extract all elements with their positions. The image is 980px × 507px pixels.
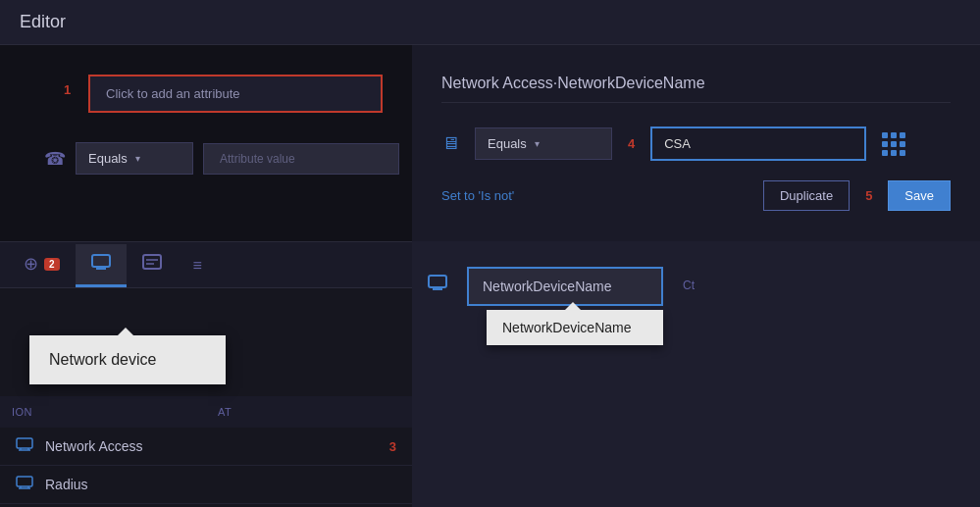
add-attribute-input[interactable]: Click to add an attribute xyxy=(88,75,383,113)
list-item-network-access[interactable]: Network Access 3 xyxy=(0,428,412,466)
right-chevron-icon: ▾ xyxy=(535,138,540,149)
equals-label: Equals xyxy=(88,151,128,166)
column-headers: ion At xyxy=(0,396,412,428)
device-option-arrow xyxy=(565,302,581,310)
duplicate-button[interactable]: Duplicate xyxy=(763,180,850,211)
right-equals-dropdown[interactable]: Equals ▾ xyxy=(475,127,612,160)
phone-icon: ☎ xyxy=(44,148,66,170)
equals-dropdown[interactable]: Equals ▾ xyxy=(76,142,193,175)
svg-rect-11 xyxy=(17,477,32,486)
right-equals-label: Equals xyxy=(488,136,527,151)
badge-1: 1 xyxy=(64,82,71,97)
add-attribute-text: Click to add an attribute xyxy=(106,86,240,101)
set-is-not-link[interactable]: Set to 'Is not' xyxy=(441,188,514,203)
svg-rect-15 xyxy=(429,276,446,287)
device-name-container: NetworkDeviceName NetworkDeviceName xyxy=(467,267,663,306)
save-button[interactable]: Save xyxy=(888,180,951,211)
attribute-value-field[interactable]: Attribute value xyxy=(203,143,399,175)
network-access-title: Network Access·NetworkDeviceName xyxy=(441,75,951,103)
monitor-icon: 🖥 xyxy=(441,133,459,154)
id-card-icon xyxy=(142,254,162,275)
svg-rect-4 xyxy=(143,255,161,269)
condition-row: ☎ Equals ▾ Attribute value xyxy=(78,142,412,175)
radius-icon xyxy=(16,476,33,493)
csa-input[interactable] xyxy=(650,127,866,161)
network-access-label: Network Access xyxy=(45,438,378,454)
right-condition-row: 🖥 Equals ▾ 4 xyxy=(441,127,951,161)
col-header-at: At xyxy=(206,400,412,424)
top-left-panel: 1 Click to add an attribute ☎ Equals ▾ A… xyxy=(0,45,412,241)
tab-id-card[interactable] xyxy=(127,244,178,287)
monitor-tab-icon xyxy=(91,254,111,275)
globe-icon: ⊕ xyxy=(24,253,38,275)
list-item-radius[interactable]: Radius xyxy=(0,466,412,504)
top-section: 1 Click to add an attribute ☎ Equals ▾ A… xyxy=(0,45,980,241)
svg-rect-7 xyxy=(17,438,32,448)
list-icon: ≡ xyxy=(193,257,202,275)
device-name-dropdown[interactable]: NetworkDeviceName xyxy=(467,267,663,306)
tooltip-arrow xyxy=(118,328,133,335)
tooltip-network-device: Network device xyxy=(29,335,226,384)
editor-header: Editor xyxy=(0,0,980,45)
tooltip-label: Network device xyxy=(49,351,156,368)
network-access-icon xyxy=(16,437,33,455)
list-items: Network Access 3 Radius xyxy=(0,428,412,507)
col-ct-text: Ct xyxy=(683,279,695,292)
grid-icon[interactable] xyxy=(882,132,905,156)
tab-monitor[interactable] xyxy=(76,244,127,287)
radius-label: Radius xyxy=(45,477,396,492)
editor-container: Editor 1 Click to add an attribute ☎ Equ… xyxy=(0,0,980,507)
device-name-label: NetworkDeviceName xyxy=(483,279,611,294)
top-right-panel: Network Access·NetworkDeviceName 🖥 Equal… xyxy=(412,45,980,241)
editor-title: Editor xyxy=(20,12,66,31)
tab-list[interactable]: ≡ xyxy=(178,247,218,287)
badge-5: 5 xyxy=(865,188,872,203)
device-option-text: NetworkDeviceName xyxy=(502,320,631,335)
right-actions-row: Set to 'Is not' Duplicate 5 Save xyxy=(441,180,951,211)
list-badge-3: 3 xyxy=(389,439,396,454)
left-bottom-panel: ⊕ 2 xyxy=(0,241,412,507)
col-header-ion: ion xyxy=(0,400,206,424)
right-bottom-monitor-icon xyxy=(428,275,447,295)
bottom-section: ⊕ 2 xyxy=(0,241,980,507)
svg-rect-0 xyxy=(92,255,110,267)
device-name-option[interactable]: NetworkDeviceName xyxy=(487,310,663,345)
badge-4: 4 xyxy=(628,136,635,151)
tab-row: ⊕ 2 xyxy=(0,241,412,288)
attribute-value-placeholder: Attribute value xyxy=(220,152,295,166)
chevron-down-icon: ▾ xyxy=(135,153,140,164)
tab-badge-2: 2 xyxy=(44,258,60,271)
tab-globe[interactable]: ⊕ 2 xyxy=(8,243,76,287)
right-bottom-panel: NetworkDeviceName NetworkDeviceName Ct xyxy=(412,241,980,507)
